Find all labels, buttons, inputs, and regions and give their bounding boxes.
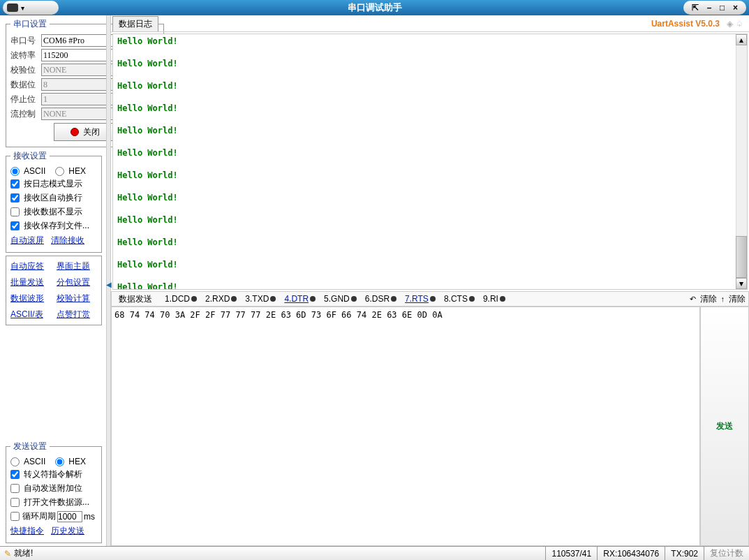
hide-recv-label: 接收数据不显示 xyxy=(24,206,82,218)
recv-hex-label: HEX xyxy=(68,166,86,176)
send-input[interactable] xyxy=(111,307,700,546)
log-mode-label: 按日志模式显示 xyxy=(24,178,82,190)
status-tx: TX:902 xyxy=(665,547,704,560)
save-file-label: 接收保存到文件... xyxy=(24,220,89,232)
scroll-up-button[interactable]: ▴ xyxy=(736,34,747,45)
pin-indicator-icon xyxy=(430,296,436,302)
save-file-checkbox[interactable] xyxy=(10,221,20,230)
minimize-button[interactable]: – xyxy=(707,3,712,13)
auto-append-label: 自动发送附加位 xyxy=(24,482,82,494)
waveform-link[interactable]: 数据波形 xyxy=(10,293,51,304)
pin-label: 1.DCD xyxy=(165,294,190,304)
flow-label: 流控制 xyxy=(10,108,38,120)
up-arrow-icon[interactable]: ↑ xyxy=(721,295,725,303)
pin-5-GND[interactable]: 5.GND xyxy=(324,294,357,304)
window-controls: ⇱ – □ × xyxy=(683,1,746,15)
clear-send-link-2[interactable]: 清除 xyxy=(729,293,746,305)
pin-8-CTS[interactable]: 8.CTS xyxy=(444,294,475,304)
pin-indicator-icon xyxy=(469,296,475,302)
file-source-label: 打开文件数据源... xyxy=(24,496,89,508)
status-count: 110537/41 xyxy=(545,547,597,560)
pin-indicator-icon xyxy=(231,296,237,302)
send-hex-radio[interactable] xyxy=(55,457,64,466)
pin-4-DTR[interactable]: 4.DTR xyxy=(284,294,316,304)
send-button[interactable]: 发送 xyxy=(700,307,749,546)
pin-2-RXD[interactable]: 2.RXD xyxy=(205,294,237,304)
statusbar: ✎ 就绪! 110537/41 RX:106434076 TX:902 复位计数 xyxy=(0,546,749,560)
close-window-button[interactable]: × xyxy=(733,3,738,13)
send-header: 数据发送 1.DCD2.RXD3.TXD4.DTR5.GND6.DSR7.RTS… xyxy=(111,291,749,307)
donate-link[interactable]: 点赞打赏 xyxy=(57,309,97,320)
recv-ascii-label: ASCII xyxy=(24,166,45,176)
titlebar: ▾ 串口调试助手 ⇱ – □ × xyxy=(0,0,749,15)
pin-indicator-icon xyxy=(500,296,505,302)
maximize-button[interactable]: □ xyxy=(720,3,725,13)
left-sidebar: 串口设置 串口号 波特率 校验位 xyxy=(0,15,106,546)
packet-settings-link[interactable]: 分包设置 xyxy=(57,277,97,288)
bell-icon[interactable]: ♤ xyxy=(736,19,743,29)
send-ascii-radio[interactable] xyxy=(10,457,20,466)
loop-period-label: 循环周期 xyxy=(22,510,56,522)
receive-settings-legend: 接收设置 xyxy=(10,150,50,162)
pin-9-RI[interactable]: 9.RI xyxy=(483,294,505,304)
log-output: Hello World! Hello World! Hello World! H… xyxy=(112,34,748,290)
recv-hex-radio[interactable] xyxy=(55,167,64,176)
scrollbar[interactable]: ▴ ▾ xyxy=(736,34,747,289)
scroll-down-button[interactable]: ▾ xyxy=(736,278,747,289)
pin-7-RTS[interactable]: 7.RTS xyxy=(405,294,436,304)
log-header: 数据日志 UartAssist V5.0.3 ◈ ♤ xyxy=(111,15,749,32)
clear-send-link-1[interactable]: 清除 xyxy=(700,293,717,305)
undo-icon[interactable]: ↶ xyxy=(690,295,696,304)
send-button-label: 发送 xyxy=(716,420,733,432)
status-rx: RX:106434076 xyxy=(597,547,665,560)
auto-wrap-checkbox[interactable] xyxy=(10,193,20,202)
file-source-checkbox[interactable] xyxy=(10,498,20,507)
checksum-link[interactable]: 校验计算 xyxy=(57,293,97,304)
send-settings-legend: 发送设置 xyxy=(10,441,50,452)
receive-settings-group: 接收设置 ASCII HEX 按日志模式显示 接收区自动换行 接收数据不显示 接… xyxy=(6,150,102,253)
ready-label: 就绪! xyxy=(14,547,33,559)
loop-period-checkbox[interactable] xyxy=(10,512,20,521)
port-label: 串口号 xyxy=(10,35,38,47)
send-hex-label: HEX xyxy=(68,457,86,466)
auto-scroll-link[interactable]: 自动滚屏 xyxy=(10,235,44,246)
pin-3-TXD[interactable]: 3.TXD xyxy=(245,294,276,304)
reset-counter-link[interactable]: 复位计数 xyxy=(704,547,749,560)
pin-indicator-icon xyxy=(310,296,316,302)
log-text[interactable]: Hello World! Hello World! Hello World! H… xyxy=(113,34,747,290)
auto-append-checkbox[interactable] xyxy=(10,484,20,493)
log-mode-checkbox[interactable] xyxy=(10,179,20,189)
pin-button[interactable]: ⇱ xyxy=(692,3,699,13)
settings-icon[interactable]: ◈ xyxy=(727,19,733,29)
databits-label: 数据位 xyxy=(10,79,38,91)
pin-label: 5.GND xyxy=(324,294,350,304)
shortcut-cmd-link[interactable]: 快捷指令 xyxy=(10,525,44,537)
recv-ascii-radio[interactable] xyxy=(10,167,20,176)
pin-6-DSR[interactable]: 6.DSR xyxy=(365,294,396,304)
send-settings-group: 发送设置 ASCII HEX 转义符指令解析 自动发送附加位 打开文件数据源..… xyxy=(6,441,102,543)
pin-label: 3.TXD xyxy=(245,294,269,304)
loop-period-input[interactable] xyxy=(57,511,82,522)
ascii-table-link[interactable]: ASCII/表 xyxy=(10,309,51,320)
escape-parse-checkbox[interactable] xyxy=(10,470,20,479)
port-settings-legend: 串口设置 xyxy=(10,18,50,30)
loop-period-unit: ms xyxy=(84,512,95,522)
batch-send-link[interactable]: 批量发送 xyxy=(10,277,51,288)
theme-link[interactable]: 界面主题 xyxy=(57,260,97,272)
hide-recv-checkbox[interactable] xyxy=(10,207,20,216)
send-ascii-label: ASCII xyxy=(24,457,45,466)
sidebar-collapse-handle[interactable]: ◀ xyxy=(106,15,111,546)
auto-reply-link[interactable]: 自动应答 xyxy=(10,260,51,272)
pin-indicator-icon xyxy=(191,296,197,302)
history-send-link[interactable]: 历史发送 xyxy=(51,525,84,537)
log-tab[interactable]: 数据日志 xyxy=(112,16,158,31)
status-dot-icon xyxy=(71,128,79,136)
stopbits-label: 停止位 xyxy=(10,94,38,105)
escape-parse-label: 转义符指令解析 xyxy=(24,469,82,480)
pin-1-DCD[interactable]: 1.DCD xyxy=(165,294,197,304)
clear-recv-link[interactable]: 清除接收 xyxy=(51,235,84,246)
log-tab-label: 数据日志 xyxy=(119,19,152,29)
pin-label: 7.RTS xyxy=(405,294,429,304)
scroll-thumb[interactable] xyxy=(736,236,747,278)
send-area: 数据发送 1.DCD2.RXD3.TXD4.DTR5.GND6.DSR7.RTS… xyxy=(111,291,749,546)
